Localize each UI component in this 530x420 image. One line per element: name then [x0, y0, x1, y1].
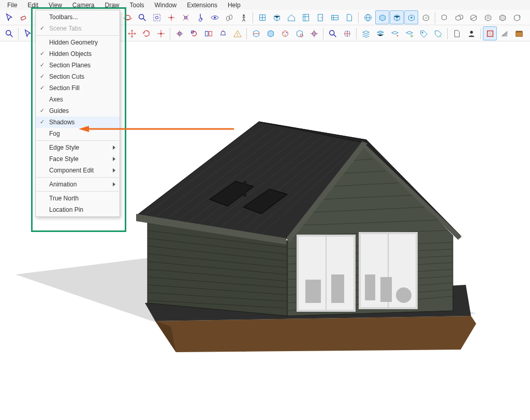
- menu-item-shadows[interactable]: ✓Shadows: [36, 117, 120, 128]
- menu-item-guides[interactable]: ✓Guides: [36, 105, 120, 117]
- menu-item-fog[interactable]: Fog: [36, 128, 120, 139]
- frame-icon[interactable]: [483, 26, 497, 40]
- svg-point-4: [155, 16, 158, 19]
- menu-tools[interactable]: Tools: [125, 1, 150, 10]
- svg-point-7: [199, 18, 201, 21]
- svg-rect-98: [305, 280, 321, 303]
- cursor-icon[interactable]: [21, 26, 35, 40]
- menu-item-toolbars[interactable]: Toolbars...: [36, 11, 120, 23]
- svg-point-21: [6, 30, 10, 35]
- menu-item-edge-style[interactable]: Edge Style: [36, 142, 120, 153]
- solid2-icon[interactable]: [452, 10, 466, 24]
- menu-item-hidden-objects[interactable]: ✓Hidden Objects: [36, 48, 120, 60]
- orbit-icon[interactable]: [121, 10, 135, 24]
- eraser-icon[interactable]: [17, 10, 31, 24]
- menu-file[interactable]: File: [2, 1, 22, 10]
- gradient-icon[interactable]: [497, 26, 511, 40]
- menu-draw[interactable]: Draw: [100, 1, 125, 10]
- flip-icon[interactable]: [201, 26, 215, 40]
- component3-icon[interactable]: [404, 10, 418, 24]
- folder-icon[interactable]: [526, 26, 530, 40]
- layers-icon[interactable]: [359, 26, 373, 40]
- move2-icon[interactable]: [172, 26, 186, 40]
- zoom-selection-icon[interactable]: [340, 26, 354, 40]
- plan-icon[interactable]: [328, 10, 342, 24]
- menu-extensions[interactable]: Extensions: [182, 1, 223, 10]
- svg-point-22: [160, 33, 162, 35]
- new-doc-icon[interactable]: [450, 26, 464, 40]
- svg-point-29: [283, 32, 284, 33]
- menu-item-true-north[interactable]: True North: [36, 193, 120, 204]
- box-icon[interactable]: [270, 10, 284, 24]
- solid6-icon[interactable]: [510, 10, 524, 24]
- archive-icon[interactable]: [512, 26, 526, 40]
- extrude-icon[interactable]: [216, 26, 230, 40]
- solid3-icon[interactable]: [466, 10, 480, 24]
- window-icon[interactable]: [299, 10, 313, 24]
- svg-rect-26: [209, 31, 211, 36]
- svg-rect-0: [20, 16, 25, 20]
- scale-icon[interactable]: [154, 26, 168, 40]
- menu-item-section-fill[interactable]: ✓Section Fill: [36, 82, 120, 94]
- component2-icon[interactable]: [390, 10, 404, 24]
- svg-point-102: [396, 287, 411, 303]
- layers2-icon[interactable]: [373, 26, 387, 40]
- section-fill-icon[interactable]: [263, 26, 277, 40]
- eye-icon[interactable]: [208, 10, 222, 24]
- solid5-icon[interactable]: [495, 10, 509, 24]
- building-icon[interactable]: [255, 10, 269, 24]
- component1-icon[interactable]: [375, 10, 389, 24]
- rotate-icon[interactable]: [139, 26, 153, 40]
- menu-view[interactable]: View: [43, 1, 67, 10]
- walk-icon[interactable]: [222, 10, 236, 24]
- tag2-icon[interactable]: [431, 26, 445, 40]
- svg-rect-13: [303, 14, 308, 21]
- globe-icon[interactable]: [361, 10, 375, 24]
- component4-icon[interactable]: [419, 10, 433, 24]
- paint-icon[interactable]: [278, 26, 292, 40]
- move-icon[interactable]: [125, 26, 139, 40]
- menu-item-axes[interactable]: Axes: [36, 94, 120, 105]
- menu-window[interactable]: Window: [150, 1, 182, 10]
- target-icon[interactable]: [164, 10, 178, 24]
- inspect-icon[interactable]: [292, 26, 306, 40]
- svg-rect-100: [365, 274, 375, 300]
- svg-point-8: [214, 17, 216, 19]
- rotate2-icon[interactable]: [187, 26, 201, 40]
- solid4-icon[interactable]: [481, 10, 495, 24]
- svg-point-37: [421, 32, 423, 33]
- solid1-icon[interactable]: [437, 10, 451, 24]
- menu-camera[interactable]: Camera: [67, 1, 100, 10]
- menu-item-animation[interactable]: Animation: [36, 179, 120, 190]
- section-icon[interactable]: [249, 26, 263, 40]
- user-icon[interactable]: [464, 26, 478, 40]
- layers4-icon[interactable]: [402, 26, 416, 40]
- target3-icon[interactable]: [307, 26, 321, 40]
- target2-icon[interactable]: [179, 10, 193, 24]
- doc-icon[interactable]: [342, 10, 356, 24]
- warn-icon[interactable]: [230, 26, 244, 40]
- svg-point-19: [410, 17, 413, 19]
- zoom2-icon[interactable]: [326, 26, 340, 40]
- position-cam-icon[interactable]: [193, 10, 207, 24]
- menu-item-section-planes[interactable]: ✓Section Planes: [36, 60, 120, 71]
- door-icon[interactable]: [313, 10, 327, 24]
- zoom-window-icon[interactable]: [150, 10, 164, 24]
- layers3-icon[interactable]: [388, 26, 402, 40]
- svg-point-30: [286, 32, 287, 33]
- tag-icon[interactable]: [417, 26, 431, 40]
- svg-point-15: [320, 17, 321, 18]
- menu-help[interactable]: Help: [223, 1, 246, 10]
- menu-item-face-style[interactable]: Face Style: [36, 153, 120, 165]
- menu-item-location-pin[interactable]: Location Pin: [36, 204, 120, 215]
- house-icon[interactable]: [284, 10, 298, 24]
- menu-item-section-cuts[interactable]: ✓Section Cuts: [36, 71, 120, 82]
- menu-item-component-edit[interactable]: Component Edit: [36, 165, 120, 176]
- menu-item-hidden-geometry[interactable]: Hidden Geometry: [36, 37, 120, 48]
- person-icon[interactable]: [237, 10, 251, 24]
- cursor-icon[interactable]: [2, 10, 16, 24]
- menu-edit[interactable]: Edit: [22, 1, 43, 10]
- zoom-icon[interactable]: [135, 10, 149, 24]
- zoom-icon[interactable]: [2, 26, 16, 40]
- menu-item-scene-tabs[interactable]: ✓Scene Tabs: [36, 23, 120, 34]
